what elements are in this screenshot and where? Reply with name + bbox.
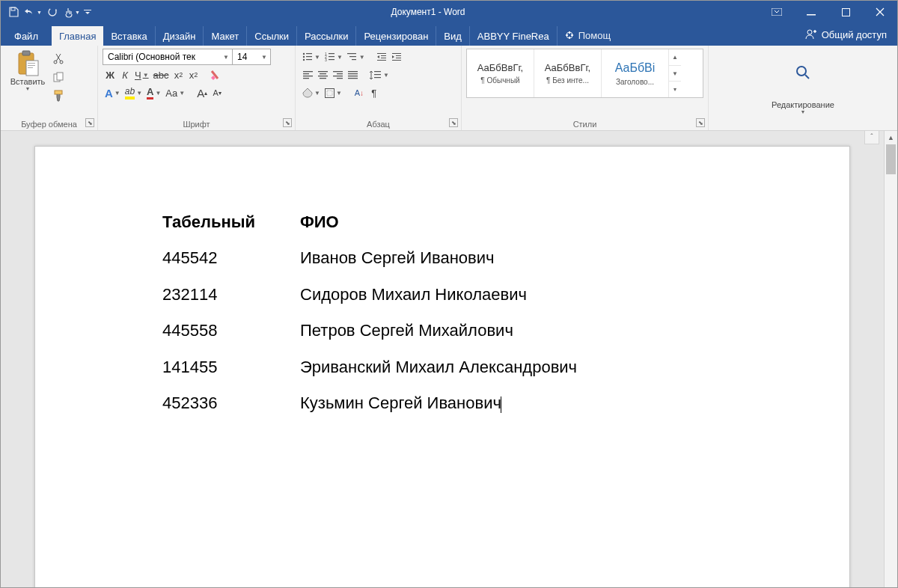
window-controls	[760, 1, 897, 23]
svg-rect-46	[303, 71, 313, 72]
line-spacing-button[interactable]: ▼	[367, 67, 391, 83]
svg-rect-40	[381, 58, 386, 58]
svg-rect-37	[352, 59, 356, 60]
style-heading1[interactable]: АаБбВіЗаголово...	[602, 49, 669, 97]
font-color-button[interactable]: A▼	[144, 85, 163, 101]
svg-rect-53	[320, 78, 326, 79]
svg-rect-22	[55, 91, 62, 94]
undo-button[interactable]: ▼	[23, 1, 43, 22]
document-page[interactable]: ТабельныйФИО 445542Иванов Сергей Иванови…	[34, 146, 850, 588]
group-editing: Редактирование ▼	[709, 46, 897, 130]
paragraph-launcher[interactable]: ⬊	[449, 118, 458, 127]
save-button[interactable]	[4, 1, 23, 22]
bold-button[interactable]: Ж	[103, 67, 117, 83]
close-button[interactable]	[863, 1, 897, 23]
maximize-button[interactable]	[828, 1, 863, 23]
tab-references[interactable]: Ссылки	[247, 26, 297, 46]
bullets-button[interactable]: ▼	[300, 49, 323, 65]
style-normal[interactable]: АаБбВвГг,¶ Обычный	[467, 49, 534, 97]
align-left-button[interactable]	[300, 67, 315, 83]
format-painter-button[interactable]	[50, 88, 67, 104]
svg-rect-41	[377, 60, 386, 61]
svg-rect-61	[348, 78, 358, 79]
svg-rect-13	[22, 51, 30, 55]
cell-name: Сидоров Михаил Николаевич	[300, 285, 527, 304]
tab-insert[interactable]: Вставка	[103, 26, 155, 46]
tab-home[interactable]: Главная	[52, 26, 103, 46]
show-marks-button[interactable]: ¶	[367, 85, 382, 101]
subscript-button[interactable]: x2	[171, 67, 186, 83]
cut-button[interactable]	[50, 50, 67, 67]
align-center-button[interactable]	[315, 67, 330, 83]
document-area: ˆ ТабельныйФИО 445542Иванов Сергей Ивано…	[1, 131, 897, 588]
tab-design[interactable]: Дизайн	[156, 26, 204, 46]
scroll-track[interactable]	[885, 144, 897, 588]
italic-button[interactable]: К	[117, 67, 132, 83]
tab-view[interactable]: Вид	[436, 26, 470, 46]
redo-button[interactable]	[43, 1, 62, 22]
numbering-button[interactable]: 123▼	[323, 49, 345, 65]
styles-gallery[interactable]: АаБбВвГг,¶ Обычный АаБбВвГг,¶ Без инте..…	[466, 49, 703, 98]
svg-rect-65	[325, 88, 334, 97]
svg-rect-24	[306, 53, 312, 54]
change-case-button[interactable]: Aa▼	[163, 85, 187, 101]
qat-customize-button[interactable]	[82, 1, 94, 22]
tell-me[interactable]: Помощ	[558, 25, 618, 46]
share-button[interactable]: Общий доступ	[795, 23, 897, 46]
styles-up[interactable]: ▲	[669, 49, 681, 66]
touch-mode-button[interactable]: ▼	[62, 1, 82, 22]
styles-more-button[interactable]: ▾	[669, 82, 681, 97]
svg-rect-26	[306, 56, 312, 57]
vertical-scrollbar[interactable]: ▲ ▼	[884, 131, 897, 588]
font-launcher[interactable]: ⬊	[283, 118, 292, 127]
minimize-button[interactable]	[794, 1, 828, 23]
scroll-up-button[interactable]: ▲	[885, 131, 897, 144]
font-name-combo[interactable]: Calibri (Основной тек▼	[103, 49, 233, 65]
strikethrough-button[interactable]: abc	[151, 67, 171, 83]
svg-rect-55	[337, 73, 343, 74]
justify-button[interactable]	[345, 67, 360, 83]
tab-abbyy[interactable]: ABBYY FineRea	[470, 26, 558, 46]
ribbon-options-button[interactable]	[760, 1, 794, 23]
copy-button[interactable]	[50, 69, 67, 85]
clear-formatting-button[interactable]	[207, 67, 224, 83]
svg-text:3: 3	[325, 58, 327, 61]
decrease-indent-button[interactable]	[375, 49, 390, 65]
tab-review[interactable]: Рецензирован	[356, 26, 436, 46]
svg-rect-45	[392, 60, 401, 61]
cell-name: Эриванский Михаил Александрович	[300, 358, 577, 377]
tab-layout[interactable]: Макет	[204, 26, 247, 46]
style-no-spacing[interactable]: АаБбВвГг,¶ Без инте...	[534, 49, 602, 97]
underline-button[interactable]: Ч▼	[132, 67, 151, 83]
find-button[interactable]: Редактирование ▼	[769, 63, 837, 116]
superscript-button[interactable]: x2	[186, 67, 201, 83]
paste-button[interactable]: Вставить ▼	[5, 49, 50, 104]
svg-rect-2	[84, 10, 91, 10]
align-right-button[interactable]	[330, 67, 345, 83]
font-size-combo[interactable]: 14▼	[232, 49, 271, 65]
multilevel-list-button[interactable]: ▼	[345, 49, 367, 65]
tab-file[interactable]: Файл	[1, 26, 52, 46]
svg-rect-9	[566, 34, 568, 36]
sort-button[interactable]: A↓	[352, 85, 367, 101]
tab-mailings[interactable]: Рассылки	[297, 26, 356, 46]
borders-button[interactable]: ▼	[323, 85, 344, 101]
collapse-ribbon-button[interactable]: ˆ	[864, 131, 879, 144]
styles-down[interactable]: ▼	[669, 66, 681, 82]
svg-rect-51	[320, 73, 326, 74]
increase-indent-button[interactable]	[390, 49, 405, 65]
styles-launcher[interactable]: ⬊	[696, 118, 705, 127]
svg-rect-4	[807, 14, 816, 16]
svg-point-23	[303, 53, 305, 55]
clipboard-launcher[interactable]: ⬊	[85, 118, 94, 127]
svg-rect-30	[329, 53, 335, 54]
grow-font-button[interactable]: A▴	[195, 85, 210, 101]
scroll-thumb[interactable]	[886, 144, 896, 174]
shading-button[interactable]: ▼	[300, 85, 323, 101]
highlight-button[interactable]: ab▼	[123, 85, 144, 101]
shrink-font-button[interactable]: A▾	[210, 85, 224, 101]
text-effects-button[interactable]: A▼	[103, 85, 123, 101]
page-scroll-area[interactable]: ТабельныйФИО 445542Иванов Сергей Иванови…	[1, 131, 884, 588]
ribbon-tabs: Файл Главная Вставка Дизайн Макет Ссылки…	[1, 23, 897, 46]
window-title: Документ1 - Word	[97, 7, 760, 17]
